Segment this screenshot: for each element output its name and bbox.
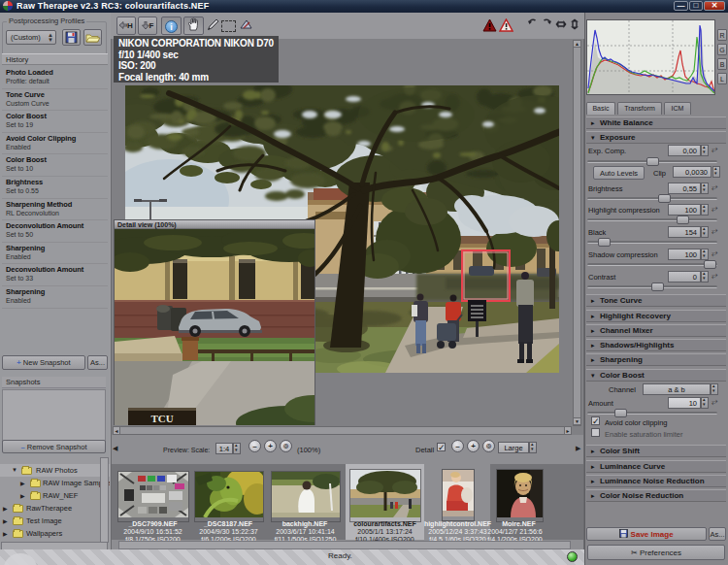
svg-text:TCU: TCU xyxy=(150,413,173,424)
